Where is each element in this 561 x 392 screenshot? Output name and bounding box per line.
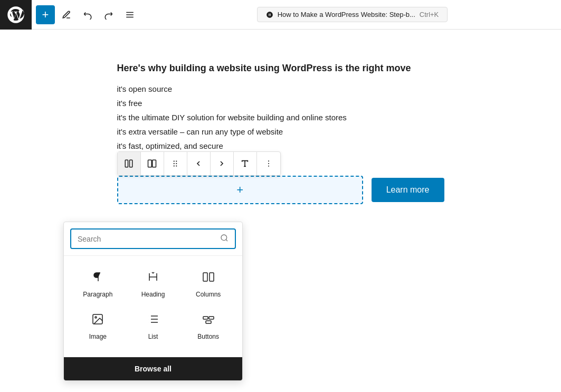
block-toolbar bbox=[117, 151, 281, 176]
inserter-row-2: Image List bbox=[70, 307, 236, 347]
svg-point-12 bbox=[176, 165, 177, 166]
add-block-button[interactable]: + bbox=[36, 5, 55, 24]
toolbar-actions: + bbox=[32, 5, 144, 24]
block-item-heading[interactable]: Heading bbox=[126, 264, 181, 304]
image-icon bbox=[91, 313, 104, 329]
columns-label: Columns bbox=[196, 291, 221, 298]
svg-rect-20 bbox=[203, 273, 207, 281]
edit-button[interactable] bbox=[57, 5, 76, 24]
list-item: it's fast, optimized, and secure bbox=[117, 139, 444, 153]
learn-more-button[interactable]: Learn more bbox=[372, 178, 444, 202]
add-block-in-column[interactable]: + bbox=[117, 176, 363, 204]
two-col-button[interactable] bbox=[141, 152, 164, 175]
svg-rect-5 bbox=[148, 160, 152, 167]
svg-point-9 bbox=[174, 163, 175, 164]
svg-point-18 bbox=[221, 235, 227, 241]
svg-point-8 bbox=[176, 160, 177, 161]
columns-view-button[interactable] bbox=[118, 152, 141, 175]
svg-point-11 bbox=[174, 165, 175, 166]
toolbar: + How to bbox=[0, 0, 561, 30]
doc-title-text: How to Make a WordPress Website: Step-b.… bbox=[278, 11, 415, 18]
columns-content: + Learn more bbox=[117, 176, 444, 204]
wp-logo[interactable] bbox=[0, 0, 32, 30]
svg-point-16 bbox=[268, 163, 269, 164]
svg-rect-30 bbox=[203, 317, 208, 319]
plus-icon: + bbox=[236, 183, 243, 197]
inserter-row-1: Paragraph Heading Columns bbox=[70, 264, 236, 304]
undo-button[interactable] bbox=[78, 5, 97, 24]
buttons-icon bbox=[202, 313, 215, 329]
inserter-search-area bbox=[64, 222, 242, 256]
list-item: it's extra versatile – can run any type … bbox=[117, 125, 444, 139]
toolbar-center: How to Make a WordPress Website: Step-b.… bbox=[144, 7, 561, 22]
svg-point-15 bbox=[268, 160, 269, 161]
browse-all-button[interactable]: Browse all bbox=[64, 357, 242, 380]
block-item-list[interactable]: List bbox=[126, 307, 181, 347]
list-icon bbox=[147, 313, 159, 329]
shortcut-text: Ctrl+K bbox=[420, 11, 439, 18]
heading-icon bbox=[147, 271, 159, 286]
search-icon bbox=[214, 230, 235, 248]
search-input-wrap bbox=[70, 228, 236, 249]
editor-content: Here's why building a website using Word… bbox=[117, 61, 444, 208]
buttons-label: Buttons bbox=[197, 333, 219, 340]
paragraph-icon bbox=[91, 271, 104, 286]
redo-button[interactable] bbox=[99, 5, 118, 24]
list-item: it's the ultimate DIY solution for websi… bbox=[117, 110, 444, 125]
columns-block: + Learn more bbox=[117, 176, 444, 204]
list-view-button[interactable] bbox=[120, 5, 139, 24]
block-inserter: Paragraph Heading Columns bbox=[63, 222, 243, 381]
block-item-paragraph[interactable]: Paragraph bbox=[70, 264, 126, 304]
block-item-image[interactable]: Image bbox=[70, 307, 126, 347]
svg-rect-3 bbox=[125, 160, 128, 167]
block-item-columns[interactable]: Columns bbox=[180, 264, 236, 304]
list-item: it's open source bbox=[117, 82, 444, 96]
svg-rect-31 bbox=[209, 317, 214, 319]
svg-point-10 bbox=[176, 163, 177, 164]
heading-label: Heading bbox=[141, 291, 165, 298]
search-input[interactable] bbox=[71, 231, 214, 247]
content-area: Here's why building a website using Word… bbox=[0, 30, 561, 208]
list-label: List bbox=[148, 333, 158, 340]
block-item-buttons[interactable]: Buttons bbox=[180, 307, 236, 347]
svg-rect-32 bbox=[206, 321, 211, 323]
columns-icon bbox=[202, 271, 215, 286]
svg-rect-21 bbox=[210, 273, 214, 281]
block-type-button[interactable] bbox=[234, 152, 257, 175]
image-label: Image bbox=[89, 333, 107, 340]
svg-rect-6 bbox=[153, 160, 156, 167]
more-options-button[interactable] bbox=[257, 152, 280, 175]
list-item: it's free bbox=[117, 96, 444, 110]
svg-point-7 bbox=[174, 160, 175, 161]
block-heading[interactable]: Here's why building a website using Word… bbox=[117, 61, 444, 75]
svg-rect-4 bbox=[130, 160, 132, 167]
inserter-blocks-grid: Paragraph Heading Columns bbox=[64, 256, 242, 357]
paragraph-label: Paragraph bbox=[83, 291, 112, 298]
move-down-button[interactable] bbox=[211, 152, 234, 175]
doc-title-bar[interactable]: How to Make a WordPress Website: Step-b.… bbox=[257, 7, 448, 22]
drag-handle[interactable] bbox=[164, 152, 187, 175]
svg-point-23 bbox=[95, 317, 97, 318]
move-up-button[interactable] bbox=[187, 152, 211, 175]
svg-point-17 bbox=[268, 166, 269, 167]
svg-line-19 bbox=[226, 240, 227, 241]
